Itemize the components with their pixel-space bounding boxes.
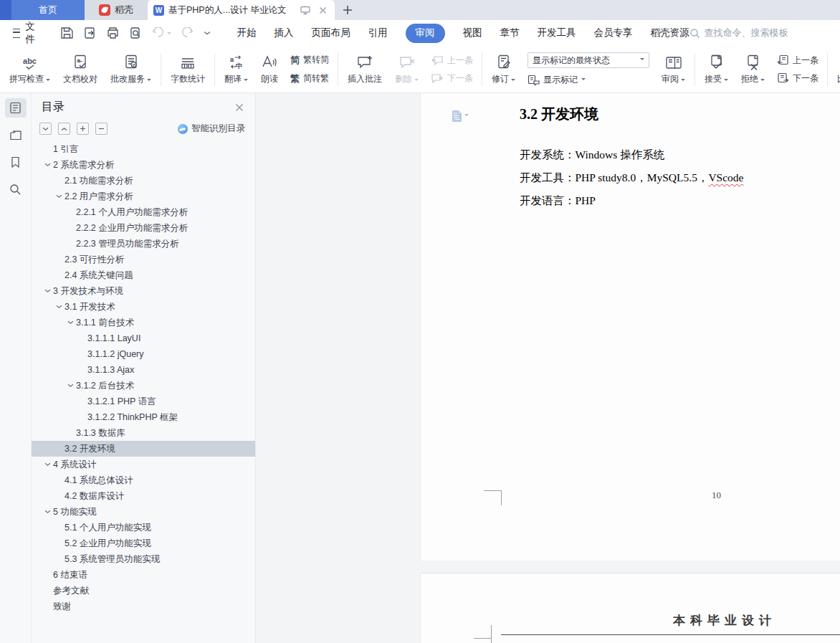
next-comment-button[interactable]: 下一条 — [431, 72, 473, 85]
menu-item-审阅[interactable]: 审阅 — [406, 24, 445, 43]
track-changes-button[interactable]: 修订 — [485, 49, 522, 90]
document-page-10[interactable]: 3.2 开发环境 开发系统：Windows 操作系统开发工具：PHP study… — [420, 93, 840, 561]
chevron-down-icon[interactable] — [42, 285, 53, 297]
chevron-down-icon[interactable] — [65, 317, 76, 328]
proofread-button[interactable]: a- 文档校对 — [57, 49, 104, 90]
toc-item[interactable]: 3.1 开发技术 — [32, 299, 255, 315]
accept-button[interactable]: 接受 — [698, 49, 735, 90]
chapter-nav-button[interactable] — [5, 125, 27, 145]
search-panel-button[interactable] — [5, 180, 27, 199]
toc-item[interactable]: 4.1 系统总体设计 — [32, 472, 255, 488]
toc-item[interactable]: 3.1.3 数据库 — [32, 425, 255, 441]
toc-item[interactable]: 2.2 用户需求分析 — [32, 189, 255, 204]
toc-item[interactable]: 3.1.1.3 Ajax — [32, 362, 255, 378]
toc-item[interactable]: 5.2 企业用户功能实现 — [32, 535, 255, 551]
menu-item-稻壳资源[interactable]: 稻壳资源 — [651, 27, 689, 39]
chevron-down-icon[interactable] — [42, 459, 53, 470]
collapse-toolbar-icon[interactable] — [203, 30, 211, 36]
toc-item[interactable]: 5.1 个人用户功能实现 — [32, 520, 255, 535]
show-markup-button[interactable]: 显示标记 — [528, 74, 649, 86]
collapse-all-icon[interactable] — [58, 123, 70, 135]
trad-to-simp-button[interactable]: 简 繁转简 — [290, 54, 329, 67]
toc-item[interactable]: 3.1.2 后台技术 — [32, 378, 255, 394]
outline-panel-button[interactable] — [5, 98, 27, 118]
smart-recognize-button[interactable]: 智能识别目录 — [178, 123, 245, 135]
bookmark-panel-button[interactable] — [5, 153, 27, 172]
plus-icon[interactable] — [77, 123, 89, 135]
toc-item[interactable]: 2.2.1 个人用户功能需求分析 — [32, 204, 255, 220]
toc-item[interactable]: 2.4 系统关键问题 — [32, 267, 255, 283]
toc-item[interactable]: 1 引言 — [32, 141, 255, 157]
toc-item[interactable]: 2.2.2 企业用户功能需求分析 — [32, 220, 255, 236]
prev-comment-button[interactable]: 上一条 — [431, 54, 473, 67]
toc-item[interactable]: 2.3 可行性分析 — [32, 252, 255, 267]
toc-item[interactable]: 3.1.1.1 LayUI — [32, 330, 255, 346]
document-page-11[interactable]: 本科毕业设计 — [420, 573, 840, 643]
toc-item[interactable]: 2 系统需求分析 — [32, 157, 255, 173]
menu-item-视图[interactable]: 视图 — [463, 27, 482, 39]
menu-item-开始[interactable]: 开始 — [237, 27, 257, 39]
markup-state-select[interactable]: 显示标记的最终状态 — [528, 52, 649, 68]
delete-comment-button[interactable]: 删除 — [388, 49, 425, 90]
toc-item[interactable]: 3.1.2.2 ThinkPHP 框架 — [32, 409, 255, 425]
undo-icon[interactable] — [152, 27, 171, 39]
tab-document[interactable]: W 基于PHP的人...设计 毕业论文 — [148, 0, 335, 20]
menu-item-插入[interactable]: 插入 — [275, 27, 294, 39]
correction-service-button[interactable]: 批改服务 — [104, 49, 158, 90]
menu-item-章节[interactable]: 章节 — [500, 27, 520, 39]
command-search[interactable]: 查找命令、搜索模板 — [689, 27, 788, 39]
toc-item[interactable]: 2.2.3 管理员功能需求分析 — [32, 236, 255, 252]
print-preview-icon[interactable] — [129, 27, 143, 39]
toc-item[interactable]: 4 系统设计 — [32, 457, 255, 472]
paragraph-doc-icon[interactable] — [451, 110, 469, 122]
menu-item-引用[interactable]: 引用 — [368, 27, 388, 39]
toc-item[interactable]: 4.2 数据库设计 — [32, 488, 255, 504]
tab-docer[interactable]: 稻壳 — [85, 0, 148, 20]
close-icon[interactable] — [316, 4, 329, 16]
float-window-icon[interactable] — [299, 4, 312, 16]
menu-item-会员专享[interactable]: 会员专享 — [594, 27, 633, 39]
file-menu-button[interactable]: 文件 — [7, 20, 46, 46]
section-body: 开发系统：Windows 操作系统开发工具：PHP study8.0，MySQL… — [520, 143, 743, 212]
toc-item[interactable]: 5.3 系统管理员功能实现 — [32, 551, 255, 567]
chevron-down-icon[interactable] — [42, 159, 53, 171]
tab-home[interactable]: 首页 — [11, 0, 85, 20]
toc-item[interactable]: 2.1 功能需求分析 — [32, 173, 255, 189]
word-count-button[interactable]: 字数统计 — [164, 49, 211, 90]
simp-to-trad-button[interactable]: 繁 简转繁 — [290, 72, 329, 85]
toc-item[interactable]: 3 开发技术与环境 — [32, 283, 255, 299]
translate-button[interactable]: a 中 翻译 — [218, 49, 254, 90]
undo-dropdown-icon[interactable] — [167, 32, 171, 37]
save-icon[interactable] — [60, 27, 74, 39]
toc-item[interactable]: 致谢 — [32, 599, 255, 614]
minus-icon[interactable] — [95, 123, 108, 135]
toc-item[interactable]: 3.1.1.2 jQuery — [32, 346, 255, 362]
redo-icon[interactable] — [181, 27, 194, 39]
spell-check-button[interactable]: abc 拼写检查 — [3, 49, 57, 90]
prev-change-button[interactable]: 上一条 — [777, 54, 818, 67]
toc-item[interactable]: 3.1.2.1 PHP 语言 — [32, 394, 255, 409]
compare-button[interactable]: 比较 — [831, 49, 840, 90]
toc-item[interactable]: 6 结束语 — [32, 567, 255, 583]
chevron-down-icon[interactable] — [65, 380, 76, 391]
chevron-down-icon[interactable] — [42, 506, 53, 518]
toc-item[interactable]: 3.2 开发环境 — [32, 441, 255, 457]
new-tab-icon[interactable] — [335, 0, 361, 20]
chevron-down-icon[interactable] — [53, 191, 65, 202]
toc-item[interactable]: 5 功能实现 — [32, 504, 255, 520]
reject-button[interactable]: 拒绝 — [735, 49, 771, 90]
output-icon[interactable] — [83, 27, 97, 39]
expand-all-icon[interactable] — [39, 123, 52, 135]
document-workspace[interactable]: 3.2 开发环境 开发系统：Windows 操作系统开发工具：PHP study… — [256, 93, 840, 643]
chevron-down-icon[interactable] — [53, 301, 65, 313]
next-change-button[interactable]: 下一条 — [777, 72, 818, 85]
menu-item-开发工具[interactable]: 开发工具 — [538, 27, 576, 39]
review-pane-button[interactable]: 审阅 — [655, 49, 692, 90]
read-aloud-button[interactable]: 朗读 — [254, 49, 285, 90]
close-icon[interactable] — [235, 103, 244, 112]
insert-comment-button[interactable]: 插入批注 — [341, 49, 388, 90]
toc-item[interactable]: 3.1.1 前台技术 — [32, 315, 255, 330]
toc-item[interactable]: 参考文献 — [32, 583, 255, 599]
print-icon[interactable] — [106, 27, 120, 39]
menu-item-页面布局[interactable]: 页面布局 — [312, 27, 350, 39]
